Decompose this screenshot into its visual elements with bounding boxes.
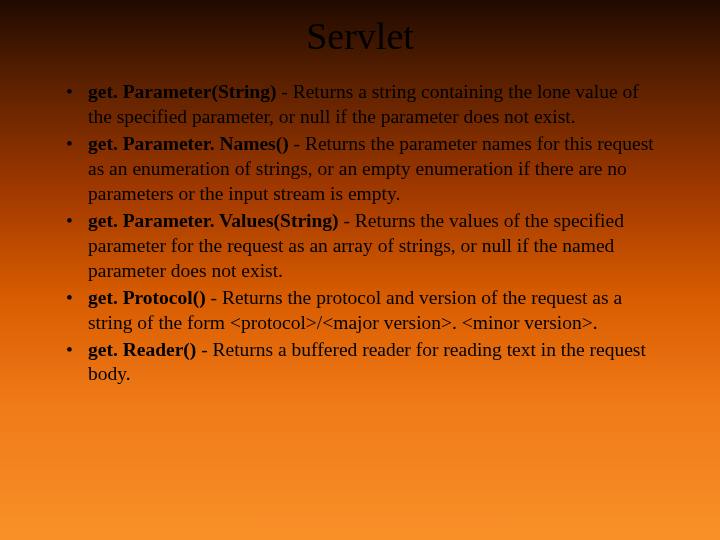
method-name: get. Parameter(String) (88, 81, 276, 102)
bullet-list: get. Parameter(String) - Returns a strin… (60, 80, 660, 387)
list-item: get. Reader() - Returns a buffered reade… (86, 338, 660, 388)
list-item: get. Parameter. Names() - Returns the pa… (86, 132, 660, 207)
method-name: get. Reader() (88, 339, 196, 360)
method-name: get. Parameter. Names() (88, 133, 289, 154)
list-item: get. Protocol() - Returns the protocol a… (86, 286, 660, 336)
slide-title: Servlet (60, 14, 660, 58)
method-name: get. Parameter. Values(String) (88, 210, 339, 231)
list-item: get. Parameter. Values(String) - Returns… (86, 209, 660, 284)
slide: Servlet get. Parameter(String) - Returns… (0, 0, 720, 540)
method-name: get. Protocol() (88, 287, 206, 308)
list-item: get. Parameter(String) - Returns a strin… (86, 80, 660, 130)
